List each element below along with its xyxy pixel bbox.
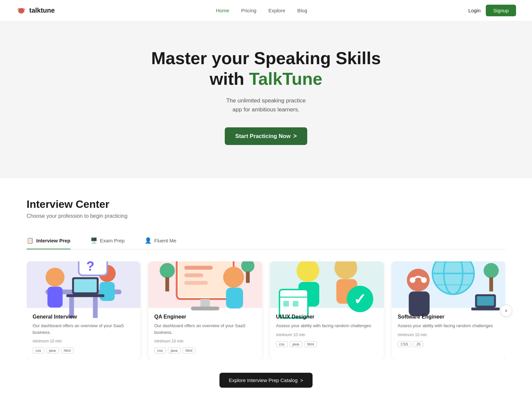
cards-wrapper: ? General Interview Our dashboard offers… xyxy=(27,261,505,359)
svg-rect-2 xyxy=(93,294,98,318)
login-button[interactable]: Login xyxy=(468,8,481,13)
svg-point-42 xyxy=(410,277,415,283)
catalog-arrow: > xyxy=(300,377,303,383)
catalog-label: Explore Interview Prep Catalog xyxy=(229,377,298,383)
svg-point-25 xyxy=(297,261,319,282)
nav-link-home[interactable]: Home xyxy=(216,8,229,13)
svg-text:✓: ✓ xyxy=(353,291,366,308)
svg-rect-45 xyxy=(477,296,494,306)
svg-rect-18 xyxy=(226,288,243,309)
svg-rect-48 xyxy=(489,277,493,291)
logo-text: talktune xyxy=(29,7,55,14)
nav-actions: Login Signup xyxy=(468,5,516,16)
nav-links: Home Pricing Explore Blog xyxy=(216,8,307,13)
card-uiux-designer-image: ✓ xyxy=(270,261,384,308)
cta-label: Start Practicing Now xyxy=(235,133,291,140)
nav-link-blog[interactable]: Blog xyxy=(297,8,307,13)
cta-arrow: > xyxy=(293,133,297,140)
tag-java: java xyxy=(168,347,181,353)
tag-java: java xyxy=(290,341,302,347)
hero-title-line1: Master your Speaking Skills xyxy=(7,48,525,68)
card-software-engineer-desc: Assess your ability with facing random c… xyxy=(398,323,499,329)
hero-title-prefix: with xyxy=(210,69,249,88)
logo-icon xyxy=(16,6,27,15)
tabs: 📋 Interview Prep 🖥️ Exam Prep 👤 Fluent M… xyxy=(27,232,505,249)
svg-point-47 xyxy=(483,263,499,278)
card-software-engineer-meta: minimum 10 min xyxy=(398,332,499,337)
card-qa-engineer-tags: css java html xyxy=(154,347,256,353)
tag-html: html xyxy=(61,347,74,353)
svg-text:?: ? xyxy=(86,261,94,273)
tab-interview-prep[interactable]: 📋 Interview Prep xyxy=(27,232,70,249)
svg-rect-15 xyxy=(184,273,203,277)
svg-point-19 xyxy=(160,263,175,278)
svg-rect-4 xyxy=(48,287,63,308)
svg-point-43 xyxy=(421,277,427,283)
tag-css: css xyxy=(154,347,166,353)
svg-point-21 xyxy=(241,261,254,272)
svg-point-3 xyxy=(46,268,65,287)
card-uiux-designer[interactable]: ✓ UI/UX Designer Assess your ability wit… xyxy=(270,261,384,359)
bottom-cta: Explore Interview Prep Catalog > xyxy=(27,359,505,399)
svg-rect-46 xyxy=(471,308,500,311)
navbar: talktune Home Pricing Explore Blog Login… xyxy=(0,0,532,21)
card-qa-engineer-meta: minimum 10 min xyxy=(154,339,256,343)
catalog-button[interactable]: Explore Interview Prep Catalog > xyxy=(219,373,313,388)
card-general-interview-image: ? xyxy=(27,261,140,308)
section-subtitle: Choose your profession to begin practici… xyxy=(27,213,505,219)
svg-rect-20 xyxy=(165,277,169,291)
tag-js: JS xyxy=(413,341,424,347)
tag-css: css xyxy=(33,347,44,353)
tab-interview-prep-label: Interview Prep xyxy=(36,238,70,243)
svg-rect-10 xyxy=(74,279,97,292)
card-uiux-designer-tags: css java html xyxy=(276,341,378,347)
tab-exam-prep-icon: 🖥️ xyxy=(90,237,97,244)
svg-point-17 xyxy=(223,267,244,288)
card-general-interview-meta: minimum 10 min xyxy=(33,339,134,343)
svg-rect-23 xyxy=(200,299,210,307)
hero-subtitle: The unlimited speaking practice app for … xyxy=(7,96,525,114)
nav-link-pricing[interactable]: Pricing xyxy=(241,8,256,13)
card-uiux-designer-meta: minimum 10 min xyxy=(276,332,378,337)
svg-rect-41 xyxy=(409,291,430,316)
tab-exam-prep-label: Exam Prep xyxy=(100,238,125,243)
nav-link-explore[interactable]: Explore xyxy=(268,8,285,13)
hero-brand: TalkTune xyxy=(249,69,323,88)
card-software-engineer[interactable]: Software Engineer Assess your ability wi… xyxy=(392,261,505,359)
cta-button[interactable]: Start Practicing Now > xyxy=(225,127,308,145)
tag-java: java xyxy=(46,347,59,353)
svg-rect-22 xyxy=(246,271,250,283)
tab-fluent-me[interactable]: 👤 Fluent Me xyxy=(145,232,177,249)
tag-css: css xyxy=(276,341,288,347)
tag-html: html xyxy=(183,347,196,353)
cards-list: ? General Interview Our dashboard offers… xyxy=(27,261,505,359)
card-general-interview[interactable]: ? General Interview Our dashboard offers… xyxy=(27,261,140,359)
svg-point-27 xyxy=(334,261,357,279)
interview-center-section: Interview Center Choose your profession … xyxy=(0,178,532,399)
svg-rect-33 xyxy=(283,301,289,307)
hero-title-line2: with TalkTune xyxy=(7,68,525,89)
hero-section: Master your Speaking Skills with TalkTun… xyxy=(0,21,532,178)
svg-point-35 xyxy=(433,261,474,294)
tab-fluent-me-icon: 👤 xyxy=(145,237,152,244)
svg-rect-24 xyxy=(191,307,219,310)
card-qa-engineer-image xyxy=(148,261,262,308)
svg-rect-34 xyxy=(293,301,298,307)
logo[interactable]: talktune xyxy=(16,6,55,15)
card-software-engineer-tags: CSS JS xyxy=(398,341,499,347)
card-general-interview-tags: css java html xyxy=(33,347,134,353)
card-uiux-designer-desc: Assess your ability with facing random c… xyxy=(276,323,378,329)
section-title: Interview Center xyxy=(27,198,505,210)
tab-exam-prep[interactable]: 🖥️ Exam Prep xyxy=(90,232,125,249)
card-qa-engineer[interactable]: QA Engineer Our dashboard offers an over… xyxy=(148,261,262,359)
carousel-next-button[interactable]: › xyxy=(500,305,512,317)
tab-interview-prep-icon: 📋 xyxy=(27,237,34,244)
tag-html: html xyxy=(304,341,317,347)
svg-rect-16 xyxy=(184,281,208,285)
card-software-engineer-image xyxy=(392,261,505,308)
tab-fluent-me-label: Fluent Me xyxy=(154,238,177,243)
svg-rect-11 xyxy=(66,294,104,297)
signup-button[interactable]: Signup xyxy=(486,5,516,16)
tag-css: CSS xyxy=(398,341,411,347)
svg-rect-14 xyxy=(184,266,213,269)
